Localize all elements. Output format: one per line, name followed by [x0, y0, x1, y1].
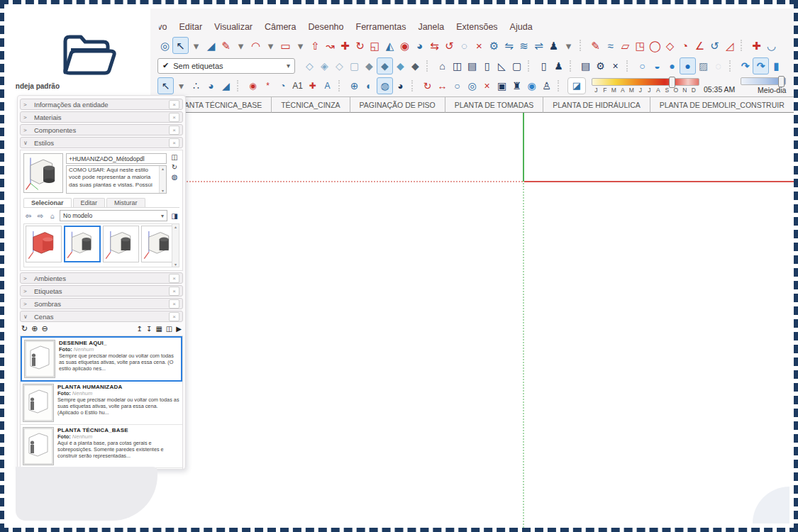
save-scene-icon[interactable]: ◫ — [166, 325, 172, 333]
gear-icon[interactable]: ⚙ — [593, 58, 608, 74]
styles-tab[interactable]: Selecionar — [23, 198, 72, 207]
arc-caret-icon[interactable]: ▾ — [263, 38, 278, 53]
swap-icon[interactable]: ⇌ — [531, 38, 546, 53]
rectangle-tool-icon[interactable]: ▭ — [278, 38, 293, 53]
clipped-edge-icon[interactable]: ▮ — [769, 58, 784, 74]
close-icon[interactable]: × — [169, 138, 179, 148]
menu-item[interactable]: Extensões — [456, 22, 497, 32]
magnet-alt-icon[interactable]: ↷ — [753, 57, 769, 74]
zoom-out-icon[interactable]: × — [480, 78, 494, 94]
toolbar-grip[interactable] — [528, 60, 533, 72]
move-scene-down-icon[interactable]: ↧ — [146, 325, 152, 333]
add-scene-icon[interactable]: ⊕ — [31, 324, 38, 333]
axes-icon[interactable]: ✚ — [305, 78, 320, 94]
xray-style-icon[interactable]: ◇ — [302, 58, 317, 74]
move2-tool-icon[interactable]: ✚ — [749, 38, 764, 53]
menu-item[interactable]: Ferramentas — [356, 22, 406, 32]
move-copy-icon[interactable]: ⇆ — [427, 38, 442, 53]
scene-item-planta-humanizada[interactable]: PLANTA HUMANIZADA Foto: Nenhum Sempre qu… — [21, 382, 182, 425]
zoom-in-icon[interactable]: ○ — [450, 78, 465, 94]
style-name-input[interactable]: +HUMANIZADO_Métodopdl — [66, 153, 167, 164]
active-label-dropdown[interactable]: ✔ Sem etiquetas ▾ — [157, 58, 295, 74]
back-icon[interactable]: ⇦ — [23, 211, 33, 221]
drop-striped-icon[interactable]: ▨ — [696, 58, 711, 74]
secondary-pane-icon[interactable]: ◨ — [170, 211, 179, 221]
scroll-up-icon[interactable]: ▴ — [174, 224, 177, 229]
zoom-window2-icon[interactable]: ◎ — [465, 78, 480, 94]
scene-item-desenhe-aqui[interactable]: DESENHE AQUI_ Foto: Nenhum Sempre que pr… — [21, 336, 182, 382]
zoom-extents-icon[interactable]: × — [472, 38, 487, 53]
menu-item[interactable]: Visualizar — [214, 22, 253, 32]
textured-style-icon[interactable]: ◆ — [377, 57, 393, 74]
menu-item[interactable]: Câmera — [265, 22, 296, 32]
toolbar-grip[interactable] — [237, 80, 242, 92]
menu-item[interactable]: Arquivo — [159, 22, 167, 32]
close-icon[interactable]: × — [169, 100, 179, 109]
monochrome-style-icon[interactable]: ◆ — [393, 58, 408, 74]
close-icon[interactable]: × — [608, 58, 623, 74]
add-person-icon[interactable]: ♟ — [551, 58, 566, 74]
back-faces-icon[interactable]: ◺ — [494, 58, 509, 74]
scatter-icon[interactable]: * — [260, 78, 275, 94]
component-options-icon[interactable]: ⚙ — [487, 38, 501, 53]
section-plane-icon[interactable]: ⌂ — [435, 58, 450, 74]
view-options-icon[interactable]: ▦ — [155, 325, 162, 333]
toolbar-grip[interactable] — [626, 60, 631, 72]
styles-scrollbar[interactable]: ▴ ▾ — [172, 224, 179, 267]
style-collection-dropdown[interactable]: No modelo ▾ — [60, 210, 167, 221]
magnet-icon[interactable]: ↷ — [738, 58, 753, 74]
clipped-tool-icon[interactable]: ◡ — [764, 38, 779, 53]
drop-faded-icon[interactable]: ◌ — [711, 58, 726, 74]
find-icon[interactable]: ◉ — [245, 78, 260, 94]
tray-section-informacoes[interactable]: > Informações da entidade × — [20, 99, 183, 110]
pan-icon[interactable]: ◐ — [362, 78, 377, 94]
pan-view-icon[interactable]: ↔ — [435, 78, 450, 94]
styles-tab[interactable]: Editar — [73, 198, 106, 207]
menu-item[interactable]: Janela — [418, 22, 444, 32]
time-slider-handle[interactable] — [778, 76, 785, 87]
rotated-rect-tool-icon[interactable]: ◳ — [633, 38, 648, 53]
scale-tool-icon[interactable]: ◱ — [367, 38, 382, 53]
select-caret-icon[interactable]: ▾ — [189, 38, 204, 53]
rotate-tool-icon[interactable]: ↻ — [353, 38, 367, 53]
drop-half-icon[interactable]: ◒ — [650, 58, 665, 74]
style-thumb-gray-1[interactable] — [103, 226, 139, 262]
close-icon[interactable]: × — [169, 287, 179, 296]
eye-icon[interactable]: ◉ — [524, 78, 539, 94]
toolbar-grip[interactable] — [411, 80, 416, 92]
pencil2-tool-icon[interactable]: ✎ — [588, 38, 603, 53]
tray-section-cenas[interactable]: ∨ Cenas × — [20, 311, 183, 322]
remove-scene-icon[interactable]: ⊖ — [41, 324, 48, 333]
bezier-tool-icon[interactable]: ≈ — [603, 38, 618, 53]
toolbar-grip[interactable] — [741, 40, 746, 51]
scroll-up-icon[interactable]: ▴ — [162, 166, 164, 171]
eraser-icon[interactable]: ◢ — [204, 38, 218, 53]
rotate-view-icon[interactable]: ↻ — [420, 78, 435, 94]
drop-outline-icon[interactable]: ○ — [635, 58, 650, 74]
scene-tab[interactable]: PAGINAÇÃO DE PISO — [350, 96, 445, 113]
flip-along-icon[interactable]: ⇋ — [501, 38, 516, 53]
shadow-date-slider[interactable] — [592, 78, 699, 86]
avatar-icon[interactable]: ♟ — [546, 38, 561, 53]
a1-label-icon[interactable]: A1 — [290, 78, 305, 94]
move-tool-icon[interactable]: ✚ — [338, 38, 353, 53]
scene-tab[interactable]: PLANTA DE HIDRÁULICA — [543, 96, 650, 113]
style-description-box[interactable]: COMO USAR: Aqui neste estilo você pode r… — [66, 165, 167, 194]
details-icon[interactable]: ▶ — [176, 325, 182, 333]
walk-icon[interactable]: ♙ — [539, 78, 554, 94]
scroll-down-icon[interactable]: ▾ — [174, 262, 177, 267]
polygon-tool-icon[interactable]: ◇ — [663, 38, 677, 53]
zoom-window-icon[interactable]: ◎ — [157, 38, 172, 53]
toolbar-grip[interactable] — [338, 80, 343, 92]
style-thumb-selected[interactable] — [64, 226, 100, 262]
shaded-style-icon[interactable]: ◆ — [362, 58, 377, 74]
styles-tab[interactable]: Misturar — [106, 198, 145, 207]
toolbar-grip[interactable] — [426, 60, 431, 72]
text-tool-icon[interactable]: A — [320, 78, 335, 94]
style-thumb-red[interactable] — [26, 226, 62, 262]
arc-center-tool-icon[interactable]: ↺ — [707, 38, 722, 53]
tray-section-sombras[interactable]: > Sombras × — [20, 298, 183, 309]
pencil-caret-icon[interactable]: ▾ — [233, 38, 248, 53]
description-scrollbar[interactable]: ▴ ▾ — [159, 166, 166, 193]
paint-style-icon[interactable]: ◍ — [172, 173, 178, 181]
